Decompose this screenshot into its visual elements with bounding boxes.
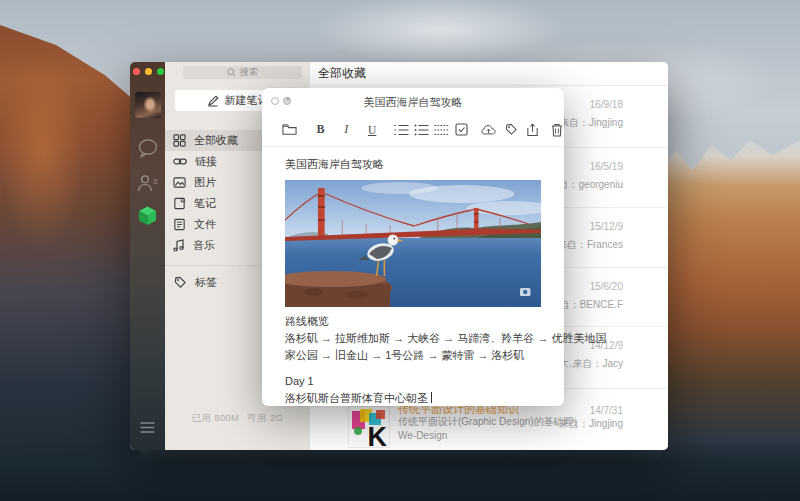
we-design-logo: K: [348, 406, 390, 448]
list-item-source: 来自：Jingjing: [559, 417, 623, 431]
chat-icon[interactable]: [130, 138, 165, 158]
list-item-brand: We-Design: [398, 430, 447, 441]
favorites-cube-icon[interactable]: [130, 205, 165, 226]
minimize-window-button[interactable]: [145, 68, 152, 75]
dashed-list-icon[interactable]: [434, 121, 449, 139]
we-design-logo-letter: K: [368, 424, 388, 448]
sidebar-item-label: 笔记: [194, 196, 216, 211]
bold-button[interactable]: B: [313, 121, 328, 139]
contacts-icon[interactable]: [130, 173, 165, 193]
list-item-source: 来自：Jacy: [572, 357, 623, 371]
note-toolbar: B I U: [262, 113, 564, 146]
italic-button[interactable]: I: [339, 121, 354, 139]
note-day-line: 洛杉矶斯台普斯体育中心朝圣: [285, 390, 541, 407]
sidebar-item-label: 图片: [194, 175, 216, 190]
music-icon: [173, 239, 185, 252]
desktop-wallpaper: 搜索 新建笔记 全部收藏: [0, 0, 800, 501]
wallpaper-left-glow: [0, 40, 140, 320]
tag-icon: [173, 276, 187, 289]
sidebar-item-label: 文件: [194, 217, 216, 232]
list-item-source: 来自：Frances: [557, 238, 623, 252]
cloud-upload-icon[interactable]: [481, 121, 496, 139]
link-icon: [173, 155, 187, 168]
note-titlebar: 美国西海岸自驾攻略: [262, 88, 564, 113]
image-icon: [173, 176, 186, 189]
storage-status: 已用 800M可用 2G: [165, 412, 310, 425]
note-body-title: 美国西海岸自驾攻略: [285, 156, 541, 173]
share-icon[interactable]: [525, 121, 540, 139]
nav-rail: [130, 62, 165, 450]
close-window-button[interactable]: [133, 68, 140, 75]
note-editor-body[interactable]: 美国西海岸自驾攻略: [262, 147, 564, 407]
note-day-text: 洛杉矶斯台普斯体育中心朝圣: [285, 392, 428, 404]
note-route-line1: 洛杉矶 → 拉斯维加斯 → 大峡谷 → 马蹄湾、羚羊谷 → 优胜美地国: [285, 330, 541, 347]
text-cursor: [431, 392, 432, 403]
sidebar-item-label: 音乐: [193, 238, 215, 253]
storage-used: 已用 800M: [192, 412, 240, 423]
folder-icon[interactable]: [282, 121, 297, 139]
search-placeholder: 搜索: [240, 66, 258, 79]
user-avatar[interactable]: [135, 92, 161, 118]
trash-icon[interactable]: [549, 121, 564, 139]
note-title: 美国西海岸自驾攻略: [262, 95, 564, 110]
numbered-list-icon[interactable]: [414, 121, 429, 139]
sidebar-item-label: 链接: [195, 154, 217, 169]
grid-icon: [173, 134, 186, 147]
bullet-list-icon[interactable]: [394, 121, 409, 139]
list-item-source: 来自：Jingjing: [559, 116, 623, 130]
golden-gate-bridge-seagull-photo: [285, 180, 541, 307]
wallpaper-bottom-rocks: [0, 441, 800, 501]
list-item-date: 15/12/9: [590, 221, 623, 232]
window-controls: [133, 68, 164, 75]
pencil-icon: [207, 95, 219, 107]
tag-icon[interactable]: [503, 121, 518, 139]
zoom-window-button[interactable]: [157, 68, 164, 75]
note-route-line2: 家公园 → 旧金山 → 1号公路 → 蒙特雷 → 洛杉矶: [285, 347, 541, 364]
list-item-date: 16/5/19: [590, 161, 623, 172]
list-header-title: 全部收藏: [318, 65, 366, 82]
list-header: 全部收藏: [310, 62, 668, 86]
note-day-heading: Day 1: [285, 373, 541, 390]
sidebar-item-label: 全部收藏: [194, 133, 238, 148]
checkbox-icon[interactable]: [454, 121, 469, 139]
note-overview-heading: 路线概览: [285, 313, 541, 330]
search-input[interactable]: 搜索: [183, 66, 302, 79]
note-blank-line: [285, 364, 541, 373]
underline-button[interactable]: U: [365, 121, 380, 139]
list-item-date: 15/6/20: [590, 281, 623, 292]
list-item-date: 14/7/31: [590, 405, 623, 416]
list-item-description: 传统平面设计(Graphic Design)的基础即是基于印刷的设...: [398, 415, 576, 429]
file-icon: [173, 218, 186, 231]
sidebar-item-label: 标签: [195, 275, 217, 290]
list-item-date: 16/9/18: [590, 99, 623, 110]
storage-free: 可用 2G: [247, 412, 283, 423]
notes-icon: [173, 197, 186, 210]
menu-icon[interactable]: [130, 421, 165, 434]
note-editor-window: 美国西海岸自驾攻略 B I U: [262, 88, 564, 406]
search-icon: [227, 68, 236, 77]
